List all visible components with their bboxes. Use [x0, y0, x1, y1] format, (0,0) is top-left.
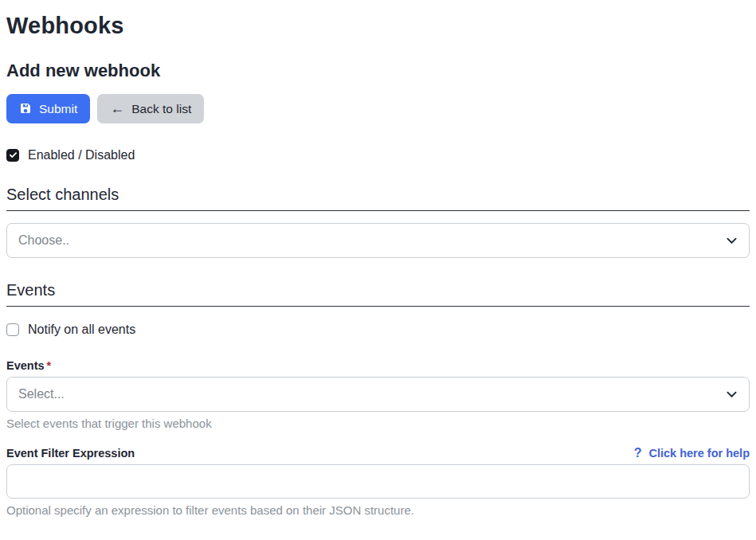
- filter-label-row: Event Filter Expression ? Click here for…: [6, 446, 750, 460]
- question-mark-icon: ?: [634, 446, 642, 460]
- enabled-checkbox-label: Enabled / Disabled: [28, 148, 135, 162]
- form-title: Add new webhook: [6, 60, 750, 82]
- events-section-heading: Events: [6, 280, 750, 307]
- back-to-list-button[interactable]: ← Back to list: [97, 94, 204, 123]
- channels-select-placeholder: Choose..: [18, 233, 69, 248]
- notify-all-events-checkbox[interactable]: [6, 323, 19, 336]
- events-field-label: Events*: [6, 359, 750, 373]
- filter-help-link[interactable]: ? Click here for help: [634, 446, 750, 460]
- submit-button[interactable]: Submit: [6, 94, 90, 123]
- events-helper-text: Select events that trigger this webhook: [6, 417, 750, 430]
- enabled-checkbox-row: Enabled / Disabled: [6, 148, 750, 162]
- required-marker: *: [47, 359, 52, 372]
- back-arrow-icon: ←: [110, 101, 124, 115]
- toolbar: Submit ← Back to list: [6, 94, 750, 123]
- channels-section-heading: Select channels: [6, 184, 750, 211]
- events-select[interactable]: Select...: [6, 377, 750, 412]
- filter-expression-input[interactable]: [6, 464, 750, 499]
- notify-checkbox-row: Notify on all events: [6, 323, 750, 337]
- filter-field-label: Event Filter Expression: [6, 447, 135, 460]
- chevron-down-icon: [725, 233, 738, 247]
- filter-helper-text: Optional specify an expression to filter…: [6, 503, 750, 517]
- submit-button-label: Submit: [39, 103, 77, 115]
- help-link-label: Click here for help: [648, 447, 750, 460]
- page-title: Webhooks: [6, 11, 750, 40]
- chevron-down-icon: [725, 388, 738, 401]
- channels-select[interactable]: Choose..: [6, 223, 750, 258]
- enabled-checkbox[interactable]: [6, 149, 19, 162]
- back-button-label: Back to list: [131, 103, 191, 115]
- checkmark-icon: [9, 151, 18, 159]
- events-select-placeholder: Select...: [18, 387, 65, 401]
- save-icon: [19, 102, 32, 115]
- notify-checkbox-label: Notify on all events: [28, 323, 135, 337]
